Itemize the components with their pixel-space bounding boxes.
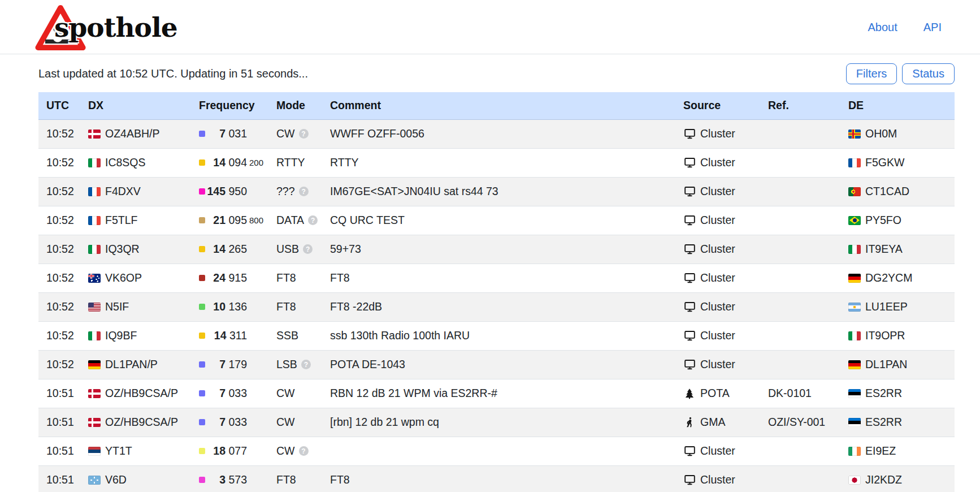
mode-info-icon[interactable]: ? bbox=[303, 244, 313, 254]
spot-ref[interactable] bbox=[766, 437, 846, 465]
de-callsign[interactable]: JI2KDZ bbox=[865, 473, 902, 486]
source-label: Cluster bbox=[700, 156, 735, 169]
spot-row[interactable]: 10:52 IQ3QR 14 265 USB ? 59+73 Clust bbox=[38, 235, 955, 264]
source-type-icon bbox=[683, 388, 696, 399]
de-country-flag-icon bbox=[848, 216, 861, 225]
spot-row[interactable]: 10:51 OZ/HB9CSA/P 7 033 CW ? [rbn] 12 db… bbox=[38, 408, 955, 437]
spot-ref[interactable] bbox=[766, 292, 846, 321]
spot-comment: [rbn] 12 db 21 wpm cq bbox=[328, 408, 681, 437]
nav-link-about[interactable]: About bbox=[868, 21, 897, 34]
dx-callsign[interactable]: IQ3QR bbox=[105, 243, 140, 256]
frequency-value: 7 033 bbox=[205, 416, 247, 429]
spot-ref[interactable] bbox=[766, 350, 846, 379]
spot-ref[interactable]: OZI/SY-001 bbox=[766, 408, 846, 437]
spot-ref[interactable] bbox=[766, 235, 846, 264]
dx-callsign[interactable]: F4DXV bbox=[105, 185, 141, 198]
mode-cell: RTTY ? bbox=[274, 148, 328, 177]
de-callsign[interactable]: DL1PAN bbox=[865, 358, 907, 371]
mode-cell: FT8 ? bbox=[274, 465, 328, 492]
spot-comment: IM67GE<SAT>JN04IU sat rs44 73 bbox=[328, 177, 681, 206]
status-button[interactable]: Status bbox=[902, 63, 955, 84]
spot-comment: WWFF OZFF-0056 bbox=[328, 119, 681, 148]
spot-ref[interactable] bbox=[766, 465, 846, 492]
de-callsign[interactable]: IT9EYA bbox=[865, 243, 903, 256]
dx-callsign[interactable]: DL1PAN/P bbox=[105, 358, 158, 371]
source-cell: Cluster bbox=[681, 148, 766, 177]
dx-cell: F5TLF bbox=[86, 206, 197, 235]
source-label: POTA bbox=[700, 387, 730, 400]
mode-info-icon[interactable]: ? bbox=[299, 446, 309, 456]
spot-row[interactable]: 10:52 VK6OP 24 915 FT8 ? FT8 Cluster bbox=[38, 264, 955, 292]
spot-time: 10:52 bbox=[38, 321, 86, 350]
spot-row[interactable]: 10:52 N5IF 10 136 FT8 ? FT8 -22dB Cl bbox=[38, 292, 955, 321]
spot-time: 10:52 bbox=[38, 235, 86, 264]
frequency-cell: 7 031 bbox=[197, 119, 274, 148]
dx-cell: VK6OP bbox=[86, 264, 197, 292]
spot-row[interactable]: 10:52 F4DXV 145 950 ??? ? IM67GE<SAT>JN0… bbox=[38, 177, 955, 206]
dx-callsign[interactable]: YT1T bbox=[105, 444, 132, 458]
dx-callsign[interactable]: IQ9BF bbox=[105, 329, 137, 342]
spot-ref[interactable] bbox=[766, 177, 846, 206]
de-cell: OH0M bbox=[846, 119, 955, 148]
brand-logo[interactable]: spothole bbox=[35, 4, 177, 51]
dx-callsign[interactable]: N5IF bbox=[105, 300, 129, 313]
dx-cell: OZ/HB9CSA/P bbox=[86, 379, 197, 408]
dx-callsign[interactable]: V6D bbox=[105, 473, 127, 486]
de-callsign[interactable]: CT1CAD bbox=[865, 185, 909, 198]
mode-cell: FT8 ? bbox=[274, 292, 328, 321]
spot-row[interactable]: 10:51 YT1T 18 077 CW ? Cluster bbox=[38, 437, 955, 465]
spot-row[interactable]: 10:52 IQ9BF 14 311 SSB ? ssb 130th Radio… bbox=[38, 321, 955, 350]
dx-callsign[interactable]: OZ/HB9CSA/P bbox=[105, 416, 178, 429]
mode-label: USB bbox=[276, 243, 299, 256]
de-callsign[interactable]: OH0M bbox=[865, 127, 897, 140]
spot-row[interactable]: 10:52 DL1PAN/P 7 179 LSB ? POTA DE-1043 bbox=[38, 350, 955, 379]
de-callsign[interactable]: IT9OPR bbox=[865, 329, 905, 342]
source-type-icon bbox=[683, 272, 696, 284]
dx-callsign[interactable]: VK6OP bbox=[105, 271, 142, 284]
de-country-flag-icon bbox=[848, 389, 861, 398]
spot-ref[interactable] bbox=[766, 321, 846, 350]
band-color-icon bbox=[199, 390, 205, 396]
spot-ref[interactable] bbox=[766, 264, 846, 292]
de-callsign[interactable]: PY5FO bbox=[865, 214, 901, 227]
de-cell: PY5FO bbox=[846, 206, 955, 235]
spot-ref[interactable] bbox=[766, 119, 846, 148]
de-country-flag-icon bbox=[848, 476, 861, 485]
de-callsign[interactable]: EI9EZ bbox=[865, 444, 896, 458]
dx-callsign[interactable]: IC8SQS bbox=[105, 156, 146, 169]
de-country-flag-icon bbox=[848, 274, 861, 283]
spot-row[interactable]: 10:52 IC8SQS 14 094 200 RTTY ? RTTY C bbox=[38, 148, 955, 177]
frequency-cell: 3 573 bbox=[197, 465, 274, 492]
spot-row[interactable]: 10:52 F5TLF 21 095 800 DATA ? CQ URC TES… bbox=[38, 206, 955, 235]
de-cell: JI2KDZ bbox=[846, 465, 955, 492]
spot-row[interactable]: 10:51 OZ/HB9CSA/P 7 033 CW ? RBN 12 dB 2… bbox=[38, 379, 955, 408]
spot-time: 10:52 bbox=[38, 177, 86, 206]
band-color-icon bbox=[199, 304, 205, 310]
filters-button[interactable]: Filters bbox=[846, 63, 897, 84]
spot-row[interactable]: 10:52 OZ4ABH/P 7 031 CW ? WWFF OZFF-0056 bbox=[38, 119, 955, 148]
mode-info-icon[interactable]: ? bbox=[299, 187, 309, 196]
mode-label: ??? bbox=[276, 185, 295, 198]
mode-cell: FT8 ? bbox=[274, 264, 328, 292]
spot-ref[interactable] bbox=[766, 206, 846, 235]
de-callsign[interactable]: ES2RR bbox=[865, 416, 902, 429]
source-label: GMA bbox=[700, 416, 725, 429]
spot-time: 10:51 bbox=[38, 437, 86, 465]
source-cell: Cluster bbox=[681, 321, 766, 350]
source-label: Cluster bbox=[700, 329, 735, 342]
dx-callsign[interactable]: F5TLF bbox=[105, 214, 137, 227]
dx-callsign[interactable]: OZ4ABH/P bbox=[105, 127, 159, 140]
mode-info-icon[interactable]: ? bbox=[301, 360, 311, 369]
mode-info-icon[interactable]: ? bbox=[308, 215, 318, 225]
band-color-icon bbox=[199, 217, 205, 223]
nav-link-api[interactable]: API bbox=[923, 21, 942, 34]
mode-info-icon[interactable]: ? bbox=[299, 129, 309, 139]
de-callsign[interactable]: ES2RR bbox=[865, 387, 902, 400]
de-callsign[interactable]: F5GKW bbox=[865, 156, 904, 169]
de-callsign[interactable]: LU1EEP bbox=[865, 300, 908, 313]
spot-row[interactable]: 10:51 V6D 3 573 FT8 ? FT8 Cluster bbox=[38, 465, 955, 492]
spot-ref[interactable]: DK-0101 bbox=[766, 379, 846, 408]
spot-ref[interactable] bbox=[766, 148, 846, 177]
de-callsign[interactable]: DG2YCM bbox=[865, 271, 912, 284]
dx-callsign[interactable]: OZ/HB9CSA/P bbox=[105, 387, 178, 400]
